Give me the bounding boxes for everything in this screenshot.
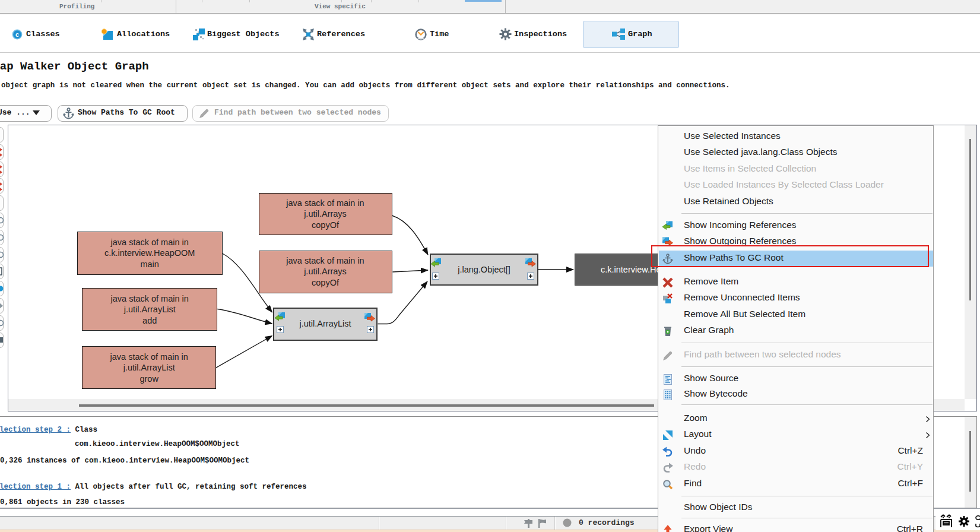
svg-text:c: c bbox=[15, 31, 19, 38]
